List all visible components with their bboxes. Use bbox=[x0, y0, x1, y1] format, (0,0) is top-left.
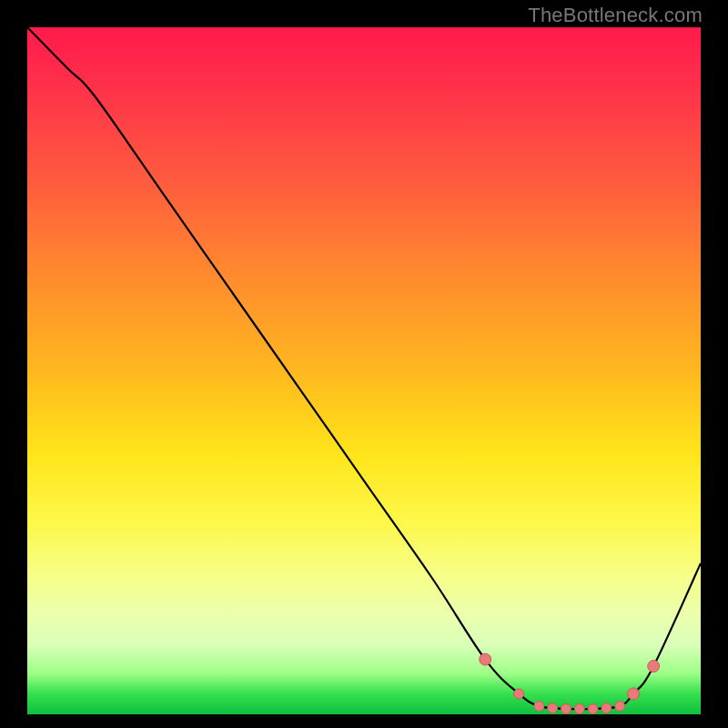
curve-marker bbox=[648, 661, 660, 672]
bottleneck-curve-svg bbox=[27, 27, 701, 714]
curve-marker bbox=[628, 688, 640, 700]
curve-marker bbox=[514, 689, 524, 699]
curve-marker bbox=[615, 701, 625, 711]
watermark-text: TheBottleneck.com bbox=[528, 4, 703, 27]
curve-marker bbox=[480, 653, 491, 665]
curve-marker bbox=[548, 703, 558, 713]
curve-marker bbox=[561, 704, 571, 714]
curve-marker bbox=[588, 704, 598, 714]
curve-marker bbox=[574, 704, 584, 714]
chart-area bbox=[27, 27, 701, 714]
bottleneck-curve-path bbox=[27, 27, 701, 709]
curve-marker bbox=[602, 703, 612, 713]
curve-marker bbox=[534, 701, 544, 711]
